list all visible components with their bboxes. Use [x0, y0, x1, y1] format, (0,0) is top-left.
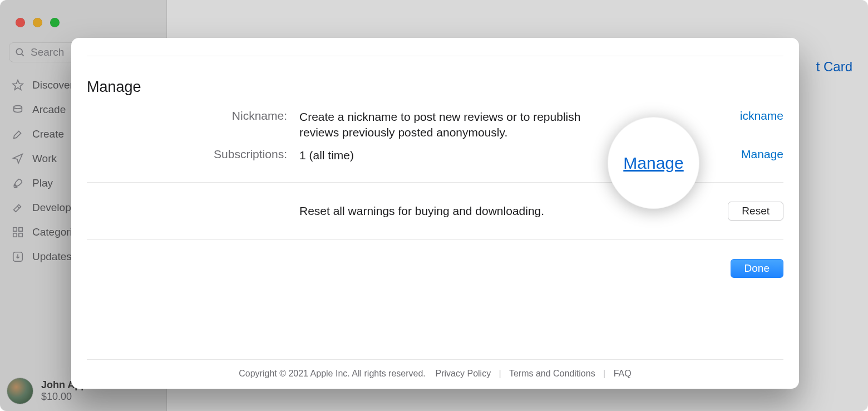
app-window: Discover Arcade Create Work Play Develop: [0, 0, 868, 411]
manage-link-magnified[interactable]: Manage: [623, 154, 683, 173]
terms-link[interactable]: Terms and Conditions: [509, 369, 595, 378]
subscriptions-label: Subscriptions:: [87, 148, 299, 161]
done-button[interactable]: Done: [731, 259, 783, 278]
account-settings-sheet: Manage Nickname: Create a nickname to po…: [71, 38, 799, 389]
faq-link[interactable]: FAQ: [614, 369, 632, 378]
reset-warnings-text: Reset all warnings for buying and downlo…: [299, 204, 689, 218]
manage-subscriptions-link[interactable]: Manage: [741, 148, 783, 160]
nickname-label: Nickname:: [87, 109, 299, 123]
copyright-text: Copyright © 2021 Apple Inc. All rights r…: [239, 369, 426, 378]
reset-button[interactable]: Reset: [728, 202, 783, 221]
section-title-manage: Manage: [87, 79, 783, 96]
sheet-footer: Copyright © 2021 Apple Inc. All rights r…: [87, 359, 783, 379]
edit-nickname-link[interactable]: ickname: [740, 109, 783, 122]
reset-warnings-row: Reset all warnings for buying and downlo…: [87, 202, 783, 221]
privacy-policy-link[interactable]: Privacy Policy: [436, 369, 491, 378]
highlight-magnifier: Manage: [608, 117, 699, 209]
